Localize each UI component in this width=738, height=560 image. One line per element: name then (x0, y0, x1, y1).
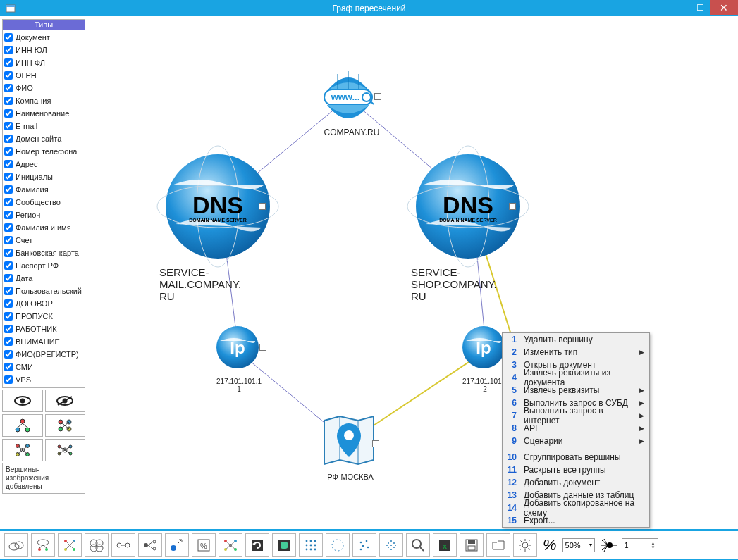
type-item[interactable]: VPS (4, 373, 83, 386)
graph-canvas[interactable]: www... COMPANY.RU DNS DOMAIN (87, 16, 738, 529)
node-ip1[interactable]: Ip (213, 323, 262, 375)
context-menu-item[interactable]: 1Удалить вершину (503, 333, 649, 346)
type-checkbox[interactable] (4, 274, 13, 282)
node-handle[interactable] (374, 93, 381, 100)
node-map[interactable] (319, 411, 379, 474)
layout-force-button[interactable] (45, 439, 86, 461)
tool-search[interactable] (406, 533, 430, 557)
type-checkbox[interactable] (4, 198, 13, 206)
type-checkbox[interactable] (4, 236, 13, 244)
type-checkbox[interactable] (4, 325, 13, 333)
type-item[interactable]: ДОГОВОР (4, 297, 83, 310)
tool-save[interactable] (460, 533, 484, 557)
type-item[interactable]: Дата (4, 272, 83, 285)
type-checkbox[interactable] (4, 147, 13, 156)
type-item[interactable]: Пользовательский (4, 285, 83, 297)
context-menu-item[interactable]: 7Выполнить запрос в интернет▶ (503, 409, 649, 422)
type-item[interactable]: СМИ (4, 361, 83, 373)
layout-tree-button[interactable] (2, 414, 43, 437)
type-checkbox[interactable] (4, 363, 13, 371)
type-checkbox[interactable] (4, 33, 13, 42)
tool-graph-star[interactable] (219, 533, 242, 557)
type-checkbox[interactable] (4, 312, 13, 321)
node-company[interactable]: www... (320, 68, 376, 127)
type-item[interactable]: Регион (4, 209, 83, 221)
context-menu-item[interactable]: 5Извлечь реквизиты▶ (503, 384, 649, 397)
context-menu-item[interactable]: 15Export... (503, 514, 649, 527)
context-menu-item[interactable]: 9Сценарии▶ (503, 435, 649, 447)
type-item[interactable]: ФИО(BРЕГИСТР) (4, 348, 83, 361)
type-checkbox[interactable] (4, 173, 13, 181)
type-item[interactable]: Паспорт РФ (4, 259, 83, 272)
type-item[interactable]: Документ (4, 31, 83, 44)
type-item[interactable]: Банковская карта (4, 247, 83, 259)
node-handle[interactable] (509, 203, 516, 210)
type-checkbox[interactable] (4, 97, 13, 105)
type-checkbox[interactable] (4, 160, 13, 168)
show-button[interactable] (2, 390, 43, 412)
context-menu-item[interactable]: 11Раскрыть все группы (503, 463, 649, 476)
tool-db[interactable] (272, 533, 296, 557)
tool-dots-circle[interactable] (326, 533, 350, 557)
context-menu-item[interactable]: 12Добавить документ (503, 476, 649, 489)
tool-dot-arrow[interactable] (165, 533, 189, 557)
type-item[interactable]: Инициалы (4, 170, 83, 183)
type-item[interactable]: Адрес (4, 158, 83, 170)
type-item[interactable]: Фамилия (4, 183, 83, 196)
zoom-input[interactable]: 50%▾ (562, 538, 595, 552)
tool-dots-dense[interactable] (379, 533, 403, 557)
type-checkbox[interactable] (4, 135, 13, 143)
tool-graph-sparse[interactable] (58, 533, 82, 557)
tool-settings[interactable] (513, 533, 537, 557)
type-checkbox[interactable] (4, 46, 13, 54)
type-checkbox[interactable] (4, 299, 13, 308)
layout-circle-button[interactable] (45, 414, 86, 437)
type-checkbox[interactable] (4, 249, 13, 257)
type-item[interactable]: Компания (4, 94, 83, 107)
node-ip2[interactable]: Ip (459, 323, 508, 375)
type-item[interactable]: ПРОПУСК (4, 310, 83, 323)
type-checkbox[interactable] (4, 287, 13, 295)
tool-open[interactable] (486, 533, 510, 557)
context-menu-item[interactable]: 4Извлечь реквизиты из документа (503, 371, 649, 384)
type-checkbox[interactable] (4, 261, 13, 270)
tool-link1[interactable] (111, 533, 135, 557)
tool-refresh[interactable] (245, 533, 269, 557)
type-item[interactable]: Наименование (4, 107, 83, 120)
type-checkbox[interactable] (4, 58, 13, 67)
type-checkbox[interactable] (4, 223, 13, 232)
type-checkbox[interactable] (4, 71, 13, 80)
type-checkbox[interactable] (4, 84, 13, 92)
tool-burst[interactable] (598, 537, 619, 553)
context-menu-item[interactable]: 2Изменить тип▶ (503, 346, 649, 359)
node-handle[interactable] (259, 344, 266, 351)
tool-percent[interactable]: % (192, 533, 216, 557)
type-checkbox[interactable] (4, 185, 13, 194)
close-button[interactable]: ✕ (710, 0, 738, 15)
type-item[interactable]: Домен сайта (4, 132, 83, 145)
type-checkbox[interactable] (4, 122, 13, 130)
type-checkbox[interactable] (4, 350, 13, 359)
type-item[interactable]: E-mail (4, 120, 83, 132)
type-item[interactable]: Фамилия и имя (4, 221, 83, 234)
tool-dots-grid[interactable] (299, 533, 323, 557)
type-checkbox[interactable] (4, 337, 13, 346)
context-menu-item[interactable]: 8API▶ (503, 422, 649, 435)
type-item[interactable]: ИНН ЮЛ (4, 44, 83, 56)
type-item[interactable]: ФИО (4, 82, 83, 94)
type-item[interactable]: РАБОТНИК (4, 323, 83, 335)
type-checkbox[interactable] (4, 375, 13, 384)
tool-dots-scatter[interactable] (352, 533, 376, 557)
type-checkbox[interactable] (4, 109, 13, 118)
type-item[interactable]: Номер телефона (4, 145, 83, 158)
type-item[interactable]: ИНН ФЛ (4, 56, 83, 69)
tool-link2[interactable] (138, 533, 162, 557)
type-item[interactable]: Счет (4, 234, 83, 247)
type-checkbox[interactable] (4, 211, 13, 219)
layout-mesh-button[interactable] (2, 439, 43, 461)
tool-cloud-graph[interactable] (31, 533, 55, 557)
node-handle[interactable] (372, 440, 379, 447)
tool-export-excel[interactable]: x (433, 533, 457, 557)
type-item[interactable]: Сообщество (4, 196, 83, 209)
type-item[interactable]: ОГРН (4, 69, 83, 82)
